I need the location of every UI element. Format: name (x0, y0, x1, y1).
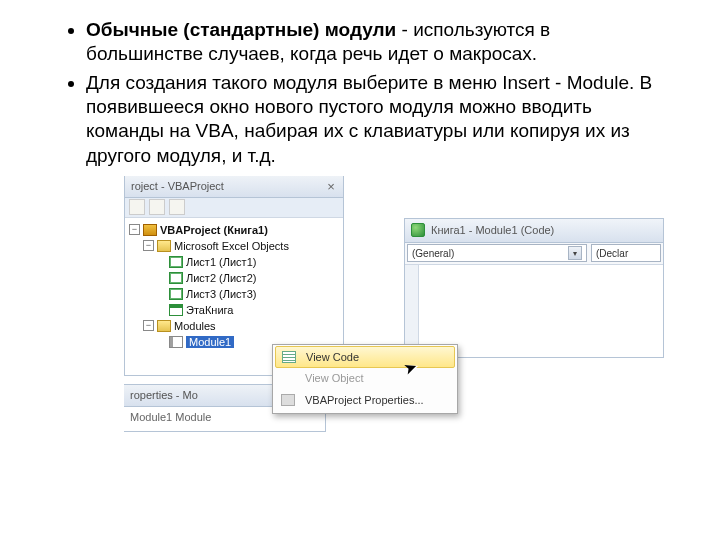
procedure-dropdown-value: (Declar (596, 248, 628, 259)
chevron-down-icon: ▾ (568, 246, 582, 260)
tree-sheet1[interactable]: Лист1 (Лист1) (129, 254, 343, 270)
project-explorer-title-text: roject - VBAProject (131, 180, 224, 192)
worksheet-icon (169, 288, 183, 300)
worksheet-icon (169, 272, 183, 284)
toolbar-btn-1[interactable] (129, 199, 145, 215)
folder-icon (157, 320, 171, 332)
procedure-dropdown[interactable]: (Declar (591, 244, 661, 262)
tree-folder-modules[interactable]: − Modules (129, 318, 343, 334)
tree-root[interactable]: − VBAProject (Книга1) (129, 222, 343, 238)
ctx-view-object-label: View Object (305, 372, 364, 384)
bullet-1: Обычные (стандартные) модули - использую… (86, 18, 660, 67)
tree-module1-label: Module1 (186, 336, 234, 348)
ctx-view-object[interactable]: View Object (275, 367, 455, 389)
object-dropdown[interactable]: (General) ▾ (407, 244, 587, 262)
code-window-title-text: Книга1 - Module1 (Code) (431, 224, 554, 236)
close-icon[interactable]: × (323, 179, 339, 195)
expander-icon[interactable]: − (143, 320, 154, 331)
worksheet-icon (169, 256, 183, 268)
tree-sheet3[interactable]: Лист3 (Лист3) (129, 286, 343, 302)
ctx-view-code[interactable]: View Code (275, 346, 455, 368)
module-icon (169, 336, 183, 348)
tree-sheet3-label: Лист3 (Лист3) (186, 288, 256, 300)
expander-icon[interactable]: − (129, 224, 140, 235)
properties-object-row: Module1 Module (130, 411, 211, 423)
properties-title-text: roperties - Mo (130, 389, 198, 401)
tree-folder-modules-label: Modules (174, 320, 216, 332)
code-dropdown-row: (General) ▾ (Declar (405, 243, 663, 265)
screenshot-fade (124, 436, 624, 462)
workbook-icon (169, 304, 183, 316)
tree-sheet2-label: Лист2 (Лист2) (186, 272, 256, 284)
view-object-icon (279, 370, 297, 386)
properties-icon (279, 392, 297, 408)
bullet-1-bold: Обычные (стандартные) модули (86, 19, 396, 40)
view-code-icon (280, 349, 298, 365)
code-window: Книга1 - Module1 (Code) (General) ▾ (Dec… (404, 218, 664, 358)
ctx-view-code-label: View Code (306, 351, 359, 363)
tree-sheet1-label: Лист1 (Лист1) (186, 256, 256, 268)
tree-thisbook[interactable]: ЭтаКнига (129, 302, 343, 318)
ctx-vbaproject-properties-label: VBAProject Properties... (305, 394, 424, 406)
ctx-vbaproject-properties[interactable]: VBAProject Properties... (275, 389, 455, 411)
project-explorer-title: roject - VBAProject × (125, 176, 343, 198)
project-explorer-toolbar (125, 198, 343, 218)
toolbar-btn-2[interactable] (149, 199, 165, 215)
code-window-title: Книга1 - Module1 (Code) (405, 219, 663, 243)
context-menu: View Code View Object VBAProject Propert… (272, 344, 458, 414)
tree-root-label: VBAProject (Книга1) (160, 224, 268, 236)
vba-project-icon (143, 224, 157, 236)
object-dropdown-value: (General) (412, 248, 454, 259)
tree-thisbook-label: ЭтаКнига (186, 304, 233, 316)
vba-app-icon (411, 223, 425, 237)
vba-editor-screenshot: roject - VBAProject × − VBAProject (Книг… (124, 176, 624, 456)
tree-folder-excel[interactable]: − Microsoft Excel Objects (129, 238, 343, 254)
tree-sheet2[interactable]: Лист2 (Лист2) (129, 270, 343, 286)
folder-icon (157, 240, 171, 252)
bullet-2: Для создания такого модуля выберите в ме… (86, 71, 660, 168)
toolbar-btn-3[interactable] (169, 199, 185, 215)
project-tree: − VBAProject (Книга1) − Microsoft Excel … (125, 218, 343, 354)
expander-icon[interactable]: − (143, 240, 154, 251)
tree-folder-excel-label: Microsoft Excel Objects (174, 240, 289, 252)
